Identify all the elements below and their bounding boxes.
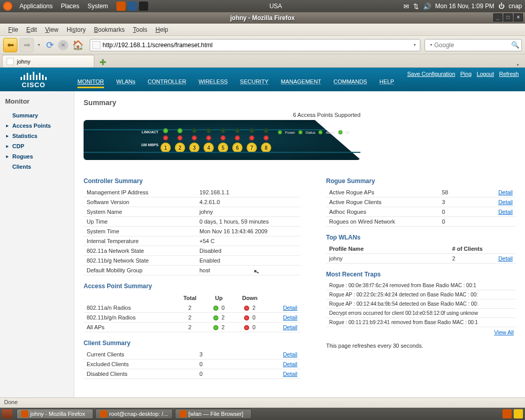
detail-link[interactable]: Detail (498, 209, 513, 215)
detail-link[interactable]: Detail (498, 199, 513, 205)
detail-link[interactable]: Detail (498, 255, 513, 262)
detail-link[interactable]: Detail (498, 189, 513, 195)
detail-link[interactable]: Detail (283, 305, 297, 311)
back-button[interactable]: ⬅ (3, 38, 17, 52)
url-dropdown-icon[interactable]: ▾ (412, 43, 418, 47)
search-bar[interactable]: ▾ 🔍 (425, 39, 522, 51)
table-row: Management IP Address192.168.1.1 (84, 188, 300, 197)
list-all-tabs-icon[interactable]: ▾ (513, 63, 523, 67)
gnome-top-panel: Applications Places System USA ✉ ⇅ 🔊 Mon… (0, 0, 525, 12)
history-dropdown-icon[interactable]: ▾ (36, 43, 42, 47)
link-ping[interactable]: Ping (460, 71, 472, 77)
table-row: johny2Detail (326, 254, 516, 264)
nav-controller[interactable]: CONTROLLER (148, 78, 186, 88)
tab-title: johny (17, 58, 30, 65)
sidebar-item-clients[interactable]: Clients (0, 162, 74, 172)
trap-item: Rogue AP : 00:12:44:ba:9b:54 detected on… (326, 299, 516, 309)
sidebar-item-rogues[interactable]: Rogues (0, 151, 74, 162)
network-icon[interactable]: ⇅ (413, 3, 419, 10)
firefox-tabbar: johny ✚ ▾ (0, 54, 525, 68)
menu-view[interactable]: View (41, 26, 63, 33)
port-1-speed-led-icon (163, 135, 168, 141)
controller-summary-title: Controller Summary (84, 177, 300, 185)
clock[interactable]: Mon 16 Nov, 1:09 PM (435, 3, 494, 10)
taskbar-button[interactable]: johny - Mozilla Firefox (16, 409, 93, 419)
volume-icon[interactable]: 🔊 (423, 3, 431, 10)
nav-wireless[interactable]: WIRELESS (198, 78, 228, 88)
evolution-launcher-icon[interactable] (128, 2, 137, 11)
menu-bookmarks[interactable]: Bookmarks (90, 26, 129, 33)
label-100mbps: 100 MBPS (141, 143, 158, 147)
detail-link[interactable]: Detail (283, 351, 297, 357)
reload-button[interactable]: ⟳ (44, 39, 56, 51)
sidebar-item-access-points[interactable]: Access Points (0, 121, 74, 131)
tray-icon[interactable] (502, 409, 512, 418)
link-logout[interactable]: Logout (477, 71, 494, 77)
url-bar[interactable]: ▾ (90, 39, 420, 51)
browser-tab[interactable]: johny (2, 55, 94, 67)
site-identity-icon[interactable] (92, 41, 100, 49)
show-desktop-button[interactable] (2, 409, 12, 418)
gnome-menu-system[interactable]: System (84, 3, 112, 10)
menu-tools[interactable]: Tools (129, 26, 151, 33)
search-engine-dropdown-icon[interactable]: ▾ (428, 43, 434, 47)
port-5: 5 (218, 128, 228, 153)
user-menu[interactable]: cnap (509, 3, 522, 10)
taskbar-button[interactable]: [wlan — File Browser] (175, 409, 252, 419)
view-all-link[interactable]: View All (494, 329, 514, 335)
new-tab-button[interactable]: ✚ (96, 57, 109, 67)
tray-trash-icon[interactable] (514, 409, 523, 418)
table-row: System Namejohny (84, 207, 300, 217)
minimize-button[interactable]: _ (493, 13, 502, 22)
cisco-logo: CISCO (21, 71, 47, 89)
trap-item: Decrypt errors occurred for client 00:1d… (326, 309, 516, 318)
ubuntu-logo-icon[interactable] (3, 2, 12, 11)
nav-security[interactable]: SECURITY (240, 78, 269, 88)
top-wlans-table: Profile Name# of Clientsjohny2Detail (326, 244, 516, 264)
nav-monitor[interactable]: MONITOR (77, 78, 104, 88)
gnome-menu-applications[interactable]: Applications (15, 3, 57, 10)
gnome-menu-places[interactable]: Places (57, 3, 84, 10)
menu-history[interactable]: History (63, 26, 90, 33)
stop-button[interactable]: ✕ (58, 40, 68, 50)
taskbar-button[interactable]: root@cnap-desktop: /... (95, 409, 173, 419)
detail-link[interactable]: Detail (283, 371, 297, 377)
detail-link[interactable]: Detail (283, 324, 297, 330)
sidebar-item-summary[interactable]: Summary (0, 110, 74, 121)
keyboard-layout-indicator[interactable]: USA (269, 3, 282, 10)
menu-help[interactable]: Help (151, 26, 172, 33)
app-icon (100, 410, 107, 417)
search-go-icon[interactable]: 🔍 (511, 41, 519, 49)
forward-button[interactable]: ➡ (19, 38, 34, 52)
up-dot-icon (213, 325, 218, 330)
terminal-launcher-icon[interactable] (139, 2, 148, 11)
nav-help[interactable]: HELP (379, 78, 394, 88)
mail-icon[interactable]: ✉ (403, 3, 409, 10)
nav-wlans[interactable]: WLANs (116, 78, 135, 88)
nav-management[interactable]: MANAGEMENT (281, 78, 321, 88)
nav-commands[interactable]: COMMANDS (334, 78, 367, 88)
menu-file[interactable]: File (4, 26, 22, 33)
detail-link[interactable]: Detail (283, 314, 297, 321)
sidebar-item-cdp[interactable]: CDP (0, 141, 74, 151)
detail-link[interactable]: Detail (283, 361, 297, 367)
close-button[interactable]: × (514, 13, 523, 22)
link-refresh[interactable]: Refresh (499, 71, 519, 77)
home-button[interactable]: 🏠 (70, 39, 86, 51)
maximize-button[interactable]: □ (503, 13, 513, 22)
client-summary-title: Client Summary (84, 339, 300, 347)
sidebar-item-statistics[interactable]: Statistics (0, 131, 74, 141)
search-input[interactable] (434, 42, 511, 49)
sidebar: Monitor SummaryAccess PointsStatisticsCD… (0, 91, 74, 397)
up-dot-icon (213, 306, 218, 311)
power-icon[interactable]: ⏻ (498, 3, 504, 10)
port-5-link-led-icon (220, 128, 226, 133)
statusbar-text: Done (4, 399, 17, 405)
firefox-launcher-icon[interactable] (116, 2, 126, 11)
switch-graphic: LINK/ACT 100 MBPS 12345678 Power Status … (84, 120, 360, 160)
label-link-act: LINK/ACT (141, 130, 158, 134)
menu-edit[interactable]: Edit (22, 26, 41, 33)
url-input[interactable] (103, 42, 412, 49)
link-save-config[interactable]: Save Configuration (407, 71, 455, 77)
table-row: 802.11b/g Network StateEnabled (84, 256, 300, 266)
